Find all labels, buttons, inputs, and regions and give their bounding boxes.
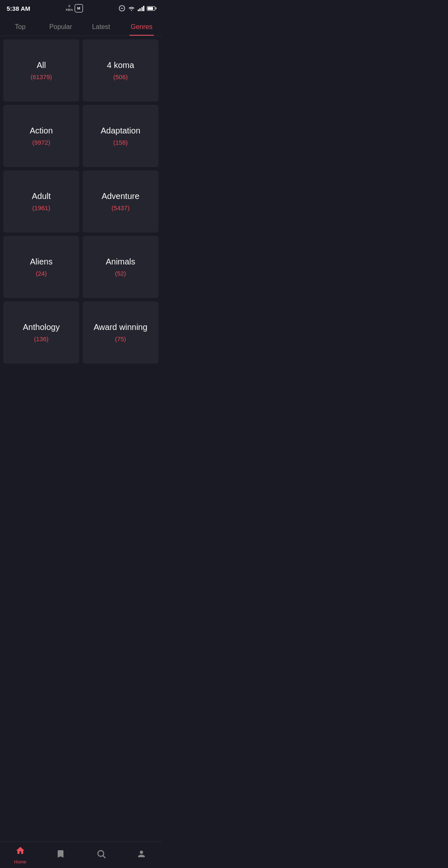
tab-latest[interactable]: Latest [81, 17, 122, 36]
genre-card-adult[interactable]: Adult (1961) [3, 170, 79, 233]
genre-card-4koma[interactable]: 4 koma (506) [83, 39, 158, 102]
battery-icon [147, 6, 155, 11]
signal-icon [138, 5, 145, 11]
mi-icon: M [75, 4, 83, 12]
genre-card-all[interactable]: All (61379) [3, 39, 79, 102]
data-speed: 0 KB/s M [66, 4, 83, 12]
genre-card-animals[interactable]: Animals (52) [83, 236, 158, 298]
time-display: 5:38 AM [7, 5, 30, 12]
genre-card-adventure[interactable]: Adventure (5437) [83, 170, 158, 233]
tabs-bar: Top Popular Latest Genres [0, 17, 162, 36]
tab-popular[interactable]: Popular [41, 17, 81, 36]
wifi-icon [128, 5, 135, 11]
status-icons [119, 5, 156, 12]
genre-card-adaptation[interactable]: Adaptation (158) [83, 105, 158, 167]
genre-card-action[interactable]: Action (9972) [3, 105, 79, 167]
tab-genres[interactable]: Genres [122, 17, 162, 36]
status-bar: 5:38 AM 0 KB/s M [0, 0, 162, 17]
genre-card-award-winning[interactable]: Award winning (75) [83, 301, 158, 364]
genre-card-aliens[interactable]: Aliens (24) [3, 236, 79, 298]
tab-top[interactable]: Top [0, 17, 41, 36]
genre-grid: All (61379) 4 koma (506) Action (9972) A… [0, 36, 162, 367]
genre-card-anthology[interactable]: Anthology (136) [3, 301, 79, 364]
dnd-icon [119, 5, 125, 12]
